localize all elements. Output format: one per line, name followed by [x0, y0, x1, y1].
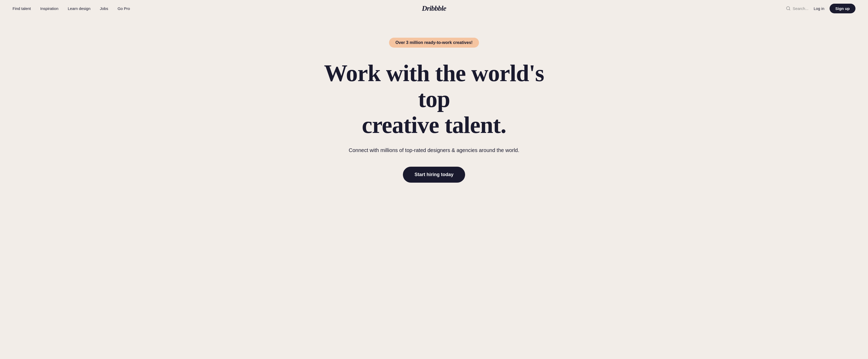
nav-inspiration[interactable]: Inspiration [40, 6, 58, 11]
nav-left: Find talent Inspiration Learn design Job… [12, 6, 130, 11]
hero-section: Over 3 million ready-to-work creatives! … [0, 17, 868, 214]
start-hiring-button[interactable]: Start hiring today [403, 167, 465, 183]
search-placeholder: Search... [793, 6, 808, 11]
nav-center: Dribbble [422, 4, 446, 12]
site-logo[interactable]: Dribbble [422, 4, 446, 12]
signup-button[interactable]: Sign up [830, 4, 856, 13]
navbar: Find talent Inspiration Learn design Job… [0, 0, 868, 17]
nav-find-talent[interactable]: Find talent [12, 6, 31, 11]
nav-jobs[interactable]: Jobs [100, 6, 108, 11]
login-link[interactable]: Log in [814, 6, 824, 11]
hero-subtitle: Connect with millions of top-rated desig… [349, 146, 520, 154]
search-icon [786, 6, 790, 11]
nav-learn-design[interactable]: Learn design [68, 6, 90, 11]
hero-badge: Over 3 million ready-to-work creatives! [389, 38, 479, 48]
nav-right: Search... Log in Sign up [786, 4, 856, 13]
svg-line-1 [789, 9, 790, 10]
hero-title: Work with the world's top creative talen… [323, 60, 545, 138]
nav-go-pro[interactable]: Go Pro [118, 6, 130, 11]
search-bar[interactable]: Search... [786, 6, 808, 11]
hero-title-line2: creative talent. [362, 112, 506, 138]
hero-title-line1: Work with the world's top [324, 60, 544, 112]
